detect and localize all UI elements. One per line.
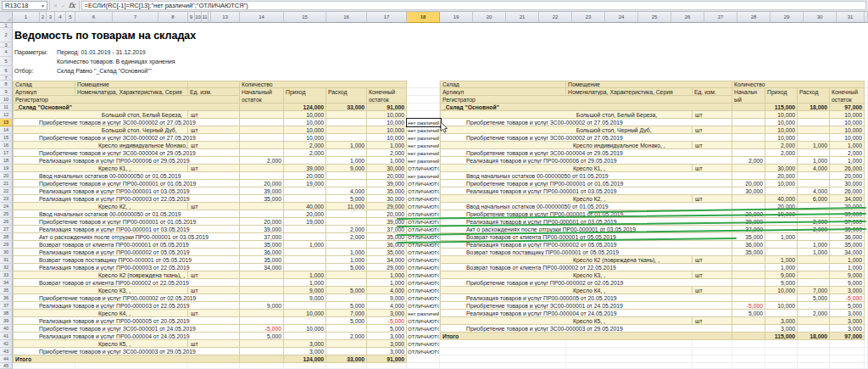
qty-cell[interactable]: 2,000 [367,149,407,157]
qty-cell[interactable]: 20,000 [367,172,407,180]
column-header-19[interactable]: 19 [440,12,473,23]
empty-cell[interactable] [830,363,865,369]
row-header-9[interactable]: 9 [0,88,13,96]
header-cell[interactable]: Регистратор [440,96,732,103]
qty-cell[interactable]: 1,000 [798,249,830,256]
qty-cell[interactable]: 97,000 [830,103,865,111]
qty-cell[interactable] [240,355,284,363]
qty-cell[interactable] [732,294,765,302]
header-cell[interactable]: Приход [765,88,798,96]
column-header-27[interactable]: 27 [704,12,737,23]
row-header-40[interactable]: 40 [0,325,13,333]
column-header-16[interactable]: 16 [326,12,367,23]
qty-cell[interactable] [732,119,765,126]
qty-cell[interactable]: 115,000 [765,103,798,111]
qty-cell[interactable]: 10,000 [367,134,407,142]
comparison-cell[interactable]: нет различий [407,157,440,165]
comparison-cell[interactable]: ОТЛИЧАЮТСЯ [407,195,440,203]
empty-cell[interactable] [865,279,868,287]
qty-cell[interactable]: 3,000 [367,333,407,340]
qty-cell[interactable]: 10,000 [765,287,798,294]
empty-cell[interactable] [765,348,798,355]
registrator-cell[interactable]: Приобретение товаров и услуг ПР00-000002… [13,294,240,302]
nomenclature-cell[interactable]: Кресло К1, , [13,165,188,172]
qty-cell[interactable]: 1,000 [326,256,367,264]
qty-cell[interactable] [732,333,765,340]
header-cell[interactable]: Склад [440,81,566,88]
header-cell[interactable]: Ед. изм. [188,88,240,96]
header-cell[interactable]: Конечный [367,88,407,96]
header-cell[interactable] [326,96,367,103]
qty-cell[interactable] [326,180,367,187]
header-cell[interactable]: Расход [326,88,367,96]
qty-cell[interactable] [240,172,284,180]
empty-cell[interactable] [693,340,732,348]
qty-cell[interactable]: 10,000 [284,325,326,333]
qty-cell[interactable] [732,165,765,172]
column-header-5[interactable]: 5 [66,12,75,23]
qty-cell[interactable]: 26,000 [830,165,865,172]
header-cell[interactable]: Номенклатура, Характеристика, Серия [75,88,188,96]
empty-cell[interactable] [566,340,693,348]
nomenclature-cell[interactable]: _Большой стол, Черный Дуб, [440,126,693,134]
qty-cell[interactable]: 30,000 [367,195,407,203]
qty-cell[interactable]: 10,000 [830,126,865,134]
column-header-22[interactable]: 22 [539,12,572,23]
qty-cell[interactable]: 20,000 [765,203,798,210]
qty-cell[interactable]: 10,000 [765,111,798,119]
comparison-cell[interactable]: ОТЛИЧАЮТСЯ [407,226,440,233]
qty-cell[interactable]: 9,000 [284,287,326,294]
qty-cell[interactable]: 9,000 [284,294,326,302]
row-header-21[interactable]: 21 [0,180,13,187]
qty-cell[interactable] [326,134,367,142]
column-header-30[interactable]: 30 [804,12,837,23]
qty-cell[interactable]: 10,000 [284,119,326,126]
empty-cell[interactable] [765,363,798,369]
qty-cell[interactable]: 1,000 [367,279,407,287]
registrator-cell[interactable]: Реализация товаров и услуг ПР00-000002 о… [440,241,732,249]
empty-cell[interactable] [440,340,566,348]
registrator-cell[interactable]: Реализация товаров и услуг ПР00-000003 о… [13,302,240,310]
qty-cell[interactable] [326,241,367,249]
empty-cell[interactable] [440,355,566,363]
qty-cell[interactable]: 19,000 [284,218,326,226]
unit-cell[interactable]: шт [188,271,240,279]
qty-cell[interactable]: 3,000 [367,348,407,355]
registrator-cell[interactable]: Реализация товаров и услуг ПР00-000006 о… [13,157,240,165]
qty-cell[interactable]: 35,000 [367,249,407,256]
qty-cell[interactable]: 36,000 [830,233,865,241]
qty-cell[interactable]: 1,000 [830,142,865,149]
qty-cell[interactable]: 115,000 [765,333,798,340]
header-cell[interactable] [798,96,830,103]
qty-cell[interactable]: 11,000 [326,203,367,210]
qty-cell[interactable]: 9,000 [830,271,865,279]
cancel-icon[interactable]: ✕ [53,2,58,10]
row-header-27[interactable]: 27 [0,226,13,233]
qty-cell[interactable]: 18,000 [798,333,830,340]
qty-cell[interactable] [765,310,798,317]
qty-cell[interactable]: 2,000 [765,149,798,157]
qty-cell[interactable]: 2,000 [798,226,830,233]
qty-cell[interactable] [732,271,765,279]
nomenclature-cell[interactable]: Кресло индивидуальное Монако, , [440,142,693,149]
header-cell[interactable]: Начальный [240,88,284,96]
empty-cell[interactable] [732,348,765,355]
column-header-10[interactable]: 10 [195,12,202,23]
qty-cell[interactable] [240,294,284,302]
qty-cell[interactable] [240,142,284,149]
qty-cell[interactable]: 3,000 [830,317,865,325]
comparison-cell[interactable]: ОТЛИЧАЮТСЯ [407,233,440,241]
registrator-cell[interactable]: Возврат товаров от клиента ПР00-000002 о… [440,264,732,271]
empty-cell[interactable] [865,81,868,88]
row-header-28[interactable]: 28 [0,233,13,241]
total-label-cell[interactable]: Итого [440,333,732,340]
comparison-cell[interactable]: ОТЛИЧАЮТСЯ [407,210,440,218]
qty-cell[interactable] [240,210,284,218]
nomenclature-cell[interactable]: _Большой стол, Белый Береза, [13,111,188,119]
empty-cell[interactable] [693,348,732,355]
empty-cell[interactable] [765,340,798,348]
registrator-cell[interactable]: Ввод начальных остатков 00-00000050 от 0… [13,172,240,180]
registrator-cell[interactable]: Приобретение товаров и услуг ПР00-000001… [13,218,240,226]
header-cell[interactable] [188,81,240,88]
qty-cell[interactable] [765,157,798,165]
